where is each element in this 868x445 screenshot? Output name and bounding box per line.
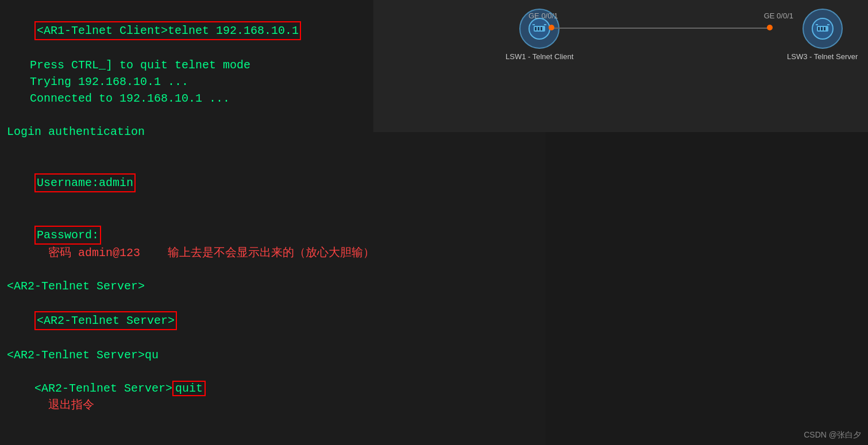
svg-rect-5 <box>533 24 535 25</box>
svg-rect-4 <box>541 27 542 30</box>
terminal-line-ar2-quit: <AR2-Tenlnet Server>quit 退出指令 <box>7 363 539 430</box>
port-label-right: GE 0/0/1 <box>764 11 793 20</box>
password-annotation: 密码 admin@123 输上去是不会显示出来的（放心大胆输） <box>34 246 375 260</box>
terminal-line-ar2-qu: <AR2-Tenlnet Server>qu <box>7 347 539 363</box>
device-lsw3: LSW3 - Telnet Server <box>787 9 858 61</box>
terminal-line-blank2 <box>7 140 539 157</box>
switch-svg-right <box>811 17 834 40</box>
lsw3-label: LSW3 - Telnet Server <box>787 52 858 61</box>
lsw3-icon <box>803 9 843 49</box>
command-box-1: <AR1-Telnet Client>telnet 192.168.10.1 <box>34 21 301 40</box>
terminal-line-ar2-2: <AR2-Tenlnet Server> <box>7 295 539 347</box>
lsw1-label: LSW1 - Telnet Client <box>506 52 573 61</box>
svg-rect-10 <box>821 27 823 30</box>
svg-rect-9 <box>818 27 820 30</box>
svg-rect-13 <box>827 24 830 25</box>
conn-dot-right <box>767 25 773 30</box>
svg-rect-3 <box>538 27 539 30</box>
svg-rect-12 <box>816 24 818 25</box>
ar2-server-box: <AR2-Tenlnet Server> <box>34 311 177 330</box>
terminal-line-blank3 <box>7 430 539 445</box>
username-box: Username:admin <box>34 173 136 192</box>
watermark: CSDN @张白夕 <box>804 430 861 440</box>
network-diagram: LSW1 - Telnet Client LSW3 - Telnet Serve… <box>373 0 868 132</box>
conn-dot-left <box>549 25 554 30</box>
switch-svg-left <box>528 17 551 40</box>
diagram-inner: LSW1 - Telnet Client LSW3 - Telnet Serve… <box>373 0 868 132</box>
svg-rect-2 <box>535 27 537 30</box>
quit-box: quit <box>172 381 206 396</box>
svg-rect-6 <box>544 24 546 25</box>
terminal-line-password: Password: 密码 admin@123 输上去是不会显示出来的（放心大胆输… <box>7 209 539 278</box>
quit-annotation: 退出指令 <box>34 398 94 412</box>
terminal-line-ar2-1: <AR2-Tenlnet Server> <box>7 278 539 295</box>
connection-line <box>551 28 770 29</box>
svg-rect-11 <box>824 27 825 30</box>
password-box: Password: <box>34 226 101 245</box>
port-label-left: GE 0/0/1 <box>528 11 558 20</box>
terminal-line-username: Username:admin <box>7 157 539 209</box>
